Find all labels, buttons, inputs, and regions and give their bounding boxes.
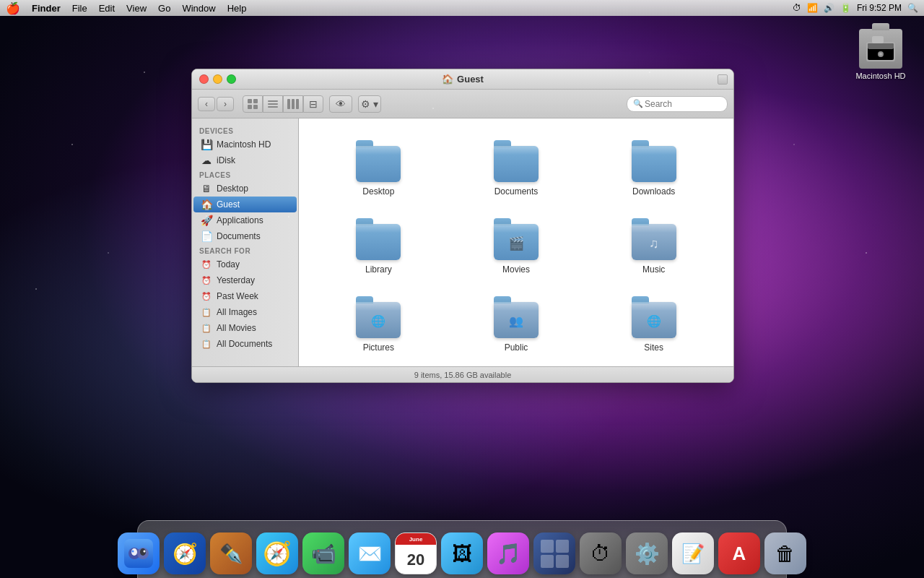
folder-desktop[interactable]: Desktop	[313, 133, 444, 204]
window-body: DEVICES 💾 Macintosh HD ☁ iDisk PLACES 🖥 …	[192, 118, 733, 366]
folder-downloads-icon	[629, 140, 679, 182]
dock-item-finder[interactable]	[118, 532, 160, 574]
search-input[interactable]	[645, 99, 721, 109]
sidebar-item-desktop[interactable]: 🖥 Desktop	[193, 181, 297, 197]
menubar-view[interactable]: View	[121, 0, 152, 16]
folder-desktop-icon	[354, 140, 403, 182]
resize-button[interactable]	[718, 74, 728, 85]
dock-item-ical[interactable]: June 20	[395, 532, 437, 574]
time-machine-icon[interactable]: ⏱	[793, 3, 801, 13]
folder-sites[interactable]: 🌐 Sites	[588, 289, 719, 360]
dock-item-spaces[interactable]	[533, 532, 575, 574]
icon-view-button[interactable]	[243, 95, 263, 113]
minimize-button[interactable]	[213, 74, 222, 84]
today-icon: ⏰	[201, 259, 212, 270]
sidebar-item-macintosh-hd[interactable]: 💾 Macintosh HD	[193, 137, 297, 152]
back-button[interactable]: ‹	[198, 97, 215, 111]
svg-rect-0	[866, 42, 895, 61]
folder-library-icon	[354, 218, 403, 260]
svg-point-5	[879, 53, 882, 56]
dock-item-facetime[interactable]: 📹	[302, 532, 344, 574]
sidebar-applications-label: Applications	[217, 215, 263, 225]
dock-item-textedit[interactable]: 📝	[672, 532, 714, 574]
folder-documents[interactable]: Documents	[451, 133, 582, 204]
svg-rect-1	[872, 36, 884, 43]
sidebar-item-guest[interactable]: 🏠 Guest	[193, 197, 297, 212]
view-buttons: ⊟	[243, 95, 323, 113]
menubar-finder[interactable]: Finder	[26, 0, 66, 16]
sidebar-item-applications[interactable]: 🚀 Applications	[193, 212, 297, 228]
maximize-button[interactable]	[227, 74, 236, 84]
search-box[interactable]: 🔍	[627, 96, 728, 112]
dock-item-trash[interactable]: 🗑	[764, 532, 806, 574]
close-button[interactable]	[199, 74, 209, 84]
dock-item-quill[interactable]: ✒️	[210, 532, 252, 574]
dock-item-itunes[interactable]: 🎵	[487, 532, 529, 574]
dock-icon-quill: ✒️	[210, 532, 252, 574]
list-view-button[interactable]	[263, 95, 283, 113]
dock: 🧭 ✒️ 🧭 📹 ✉️	[0, 513, 924, 578]
finder-icon: 🏠	[442, 74, 453, 85]
sidebar-item-idisk[interactable]: ☁ iDisk	[193, 152, 297, 168]
macintosh-hd-icon[interactable]: Macintosh HD	[852, 29, 910, 80]
dock-item-systemprefs[interactable]: ⚙️	[626, 532, 668, 574]
folder-sites-icon: 🌐	[629, 296, 679, 338]
folder-library[interactable]: Library	[313, 211, 444, 282]
folder-movies-label: Movies	[502, 264, 530, 275]
menubar-file[interactable]: File	[66, 0, 93, 16]
dock-icon-itunes: 🎵	[487, 532, 529, 574]
dock-item-mail[interactable]: ✉️	[349, 532, 391, 574]
sidebar-item-all-images[interactable]: 📋 All Images	[193, 304, 297, 320]
folder-movies[interactable]: 🎬 Movies	[451, 211, 582, 282]
folder-public[interactable]: 👥 Public	[451, 289, 582, 360]
wifi-icon[interactable]: 📶	[807, 3, 818, 13]
title-bar: 🏠 Guest	[192, 69, 733, 90]
window-title: 🏠 Guest	[442, 74, 484, 85]
folder-public-icon: 👥	[492, 296, 541, 338]
places-header: PLACES	[192, 168, 298, 181]
sidebar-desktop-label: Desktop	[217, 184, 248, 194]
sidebar-item-past-week[interactable]: ⏰ Past Week	[193, 288, 297, 304]
menubar-help[interactable]: Help	[222, 0, 253, 16]
volume-icon[interactable]: 🔊	[824, 3, 834, 13]
menubar-window[interactable]: Window	[176, 0, 221, 16]
menubar-edit[interactable]: Edit	[93, 0, 121, 16]
sidebar-item-all-movies[interactable]: 📋 All Movies	[193, 320, 297, 336]
sidebar-item-today[interactable]: ⏰ Today	[193, 256, 297, 272]
folder-downloads[interactable]: Downloads	[588, 133, 719, 204]
column-view-button[interactable]	[283, 95, 303, 113]
folder-library-label: Library	[365, 264, 392, 275]
dock-item-timemachine[interactable]: ⏱	[580, 532, 622, 574]
status-bar: 9 items, 15.86 GB available	[192, 366, 733, 382]
svg-rect-3	[868, 43, 894, 49]
menubar-go[interactable]: Go	[152, 0, 176, 16]
dock-icon-iphoto: 🖼	[441, 532, 483, 574]
apple-menu[interactable]: 🍎	[0, 0, 26, 16]
desktop: 🍎 Finder File Edit View Go Window Help ⏱…	[0, 0, 924, 578]
sidebar-item-documents[interactable]: 📄 Documents	[193, 228, 297, 244]
dock-item-acrobat[interactable]: A	[718, 532, 760, 574]
forward-button[interactable]: ›	[217, 97, 234, 111]
sidebar-item-all-documents[interactable]: 📋 All Documents	[193, 336, 297, 352]
sidebar-guest-label: Guest	[217, 199, 240, 210]
folder-music[interactable]: ♫ Music	[588, 211, 719, 282]
gear-action-button[interactable]: ⚙ ▾	[358, 95, 381, 113]
folder-music-label: Music	[642, 264, 665, 275]
dock-item-safari[interactable]: 🧭	[256, 532, 298, 574]
battery-icon[interactable]: 🔋	[840, 3, 851, 13]
dock-icon-dashboard: 🧭	[164, 532, 206, 574]
cover-flow-button[interactable]: ⊟	[303, 95, 323, 113]
main-content: Desktop Documents Downloads	[299, 118, 733, 366]
dock-item-iphoto[interactable]: 🖼	[441, 532, 483, 574]
sidebar-item-yesterday[interactable]: ⏰ Yesterday	[193, 272, 297, 288]
dock-icon-ical: June 20	[395, 532, 437, 574]
svg-point-4	[878, 51, 884, 57]
spotlight-icon[interactable]: 🔍	[907, 3, 918, 13]
sidebar-today-label: Today	[217, 259, 240, 269]
eye-action-button[interactable]: 👁	[329, 95, 352, 113]
menubar-right: ⏱ 📶 🔊 🔋 Fri 9:52 PM 🔍	[793, 3, 924, 13]
folder-pictures[interactable]: 🌐 Pictures	[313, 289, 444, 360]
all-documents-icon: 📋	[201, 338, 212, 350]
dock-item-dashboard[interactable]: 🧭	[164, 532, 206, 574]
clock: Fri 9:52 PM	[857, 3, 902, 13]
